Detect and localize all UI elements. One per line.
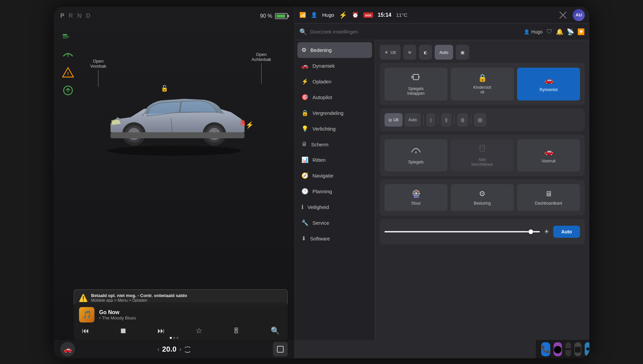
- slider-row: ☀ Auto: [384, 224, 580, 240]
- music-controls: ⏮ ⏹ ⏭ ☆ 🎚 🔍: [79, 326, 282, 335]
- besturing-label: Besturing: [474, 201, 491, 206]
- grid-app-button[interactable]: ▦: [574, 342, 581, 356]
- alert-main-text: Betaald opl. niet mog. - Contr. onbetaal…: [91, 293, 187, 298]
- gear-indicator: P R N D: [60, 12, 92, 19]
- dashboardkant-button[interactable]: 🖥 Dashboardkant: [517, 184, 580, 211]
- alarm-icon: ⏰: [352, 12, 359, 18]
- music-artist: ▪ The Moody Blues: [99, 315, 136, 320]
- signal-icon: 📡: [567, 28, 574, 35]
- lighting-mode4-button[interactable]: ||||: [474, 113, 486, 127]
- status-user-name: Hugo: [322, 12, 334, 18]
- nav-item-software[interactable]: ⬇ Software: [295, 231, 375, 246]
- search-user-area: 👤 Hugo: [524, 29, 543, 34]
- status-time: 15:14: [378, 12, 391, 18]
- square-button[interactable]: [273, 342, 288, 357]
- bedening-icon: ⚙: [301, 47, 306, 54]
- voorruit-button[interactable]: 🚗 Voorruit: [517, 139, 580, 171]
- rynnenlot-icon: 🚗: [544, 76, 553, 85]
- dots-app-button[interactable]: •••: [565, 342, 571, 356]
- light-icon2-button[interactable]: ◐: [419, 45, 432, 60]
- temp-increase-button[interactable]: ›: [179, 345, 182, 353]
- page-dots: [170, 337, 178, 339]
- stop-button[interactable]: ⏹: [120, 326, 127, 335]
- rynnenlot-button[interactable]: 🚗 Rynnenlot: [517, 68, 580, 100]
- light-icon1-button[interactable]: ≋: [403, 45, 416, 60]
- auto-large-button[interactable]: Auto: [553, 226, 580, 238]
- favorite-button[interactable]: ☆: [196, 326, 202, 335]
- navigatie-icon: 🧭: [301, 172, 308, 179]
- lighting-uit-icon: ◎: [388, 118, 392, 122]
- light-mode1-icon: ≋: [408, 50, 412, 55]
- search-music-button[interactable]: 🔍: [271, 326, 280, 335]
- lighting-uit-button[interactable]: ◎ Uit: [384, 113, 403, 127]
- spiegels-inklappen-button[interactable]: SpiegelsInklappen: [384, 68, 447, 100]
- nav-item-autopilot[interactable]: 🎯 Autopilot: [295, 89, 375, 105]
- status-temp: 11°C: [396, 12, 408, 18]
- svg-rect-1: [63, 36, 69, 37]
- nav-item-service[interactable]: 🔧 Service: [295, 215, 375, 231]
- light-uit-button[interactable]: ☀ Uit: [380, 45, 401, 60]
- nav-label-service: Service: [312, 220, 329, 226]
- nav-item-navigatie[interactable]: 🧭 Navigatie: [295, 168, 375, 184]
- lighting-mode2-button[interactable]: ||: [441, 113, 451, 127]
- alert-sub-text: Mobiele app > Menu > Opladen: [91, 298, 187, 303]
- nav-item-verlichting[interactable]: 💡 Verlichting: [295, 121, 375, 137]
- phone-app-button[interactable]: 📞: [541, 342, 550, 356]
- equalizer-button[interactable]: 🎚: [233, 326, 240, 335]
- nav-item-dynamiek[interactable]: 🚗 Dynamiek: [295, 58, 375, 74]
- shield-icon: 🛡: [547, 28, 553, 35]
- nav-item-bedening[interactable]: ⚙ Bedening: [297, 42, 372, 58]
- star-icon: ✦: [585, 345, 589, 354]
- settings-content: ⚙ Bedening 🚗 Dynamiek ⚡ Opladen 🎯 Autopi…: [295, 40, 589, 340]
- next-button[interactable]: ⏭: [157, 326, 165, 335]
- stuur-label: Stuur: [411, 201, 421, 206]
- besturing-icon: ⚙: [479, 190, 486, 198]
- lighting-separator-3: [454, 115, 454, 125]
- besturing-button[interactable]: ⚙ Besturing: [451, 184, 514, 211]
- kinderslot-button[interactable]: 🔒 Kindersiotvit: [451, 68, 514, 100]
- search-user-label: Hugo: [531, 29, 543, 34]
- bottom-features-card: Spiegels Nietbeschikbaar 🚗 Voorruit: [380, 135, 585, 176]
- brightness-slider[interactable]: [384, 231, 540, 232]
- battery-icon: [275, 13, 288, 19]
- prev-button[interactable]: ⏮: [82, 326, 89, 335]
- bell-icon: 🔔: [556, 28, 563, 35]
- svg-point-22: [415, 151, 417, 153]
- vergrendeling-icon: 🔒: [301, 110, 308, 117]
- battery-fill: [276, 14, 285, 18]
- search-input[interactable]: [310, 29, 520, 34]
- lighting-separator-2: [438, 115, 438, 125]
- temp-decrease-button[interactable]: ‹: [157, 345, 159, 353]
- svg-point-7: [107, 146, 241, 156]
- taskbar-right: 📞 ⬤ ••• ▦ ✦ 🎵 🔊 🔇 ▶: [536, 340, 589, 358]
- nav-label-autopilot: Autopilot: [312, 94, 332, 100]
- mode3-icon: |||: [461, 118, 464, 122]
- lighting-separator-1: [423, 115, 424, 125]
- mode2-icon: ||: [445, 118, 447, 122]
- nav-item-ritten[interactable]: 📊 Ritten: [295, 152, 375, 168]
- media-app-button[interactable]: ⬤: [554, 342, 562, 356]
- bottom-features-grid: Spiegels Nietbeschikbaar 🚗 Voorruit: [384, 139, 580, 171]
- autopilot-icon: 🎯: [301, 94, 308, 101]
- nav-item-planning[interactable]: 🕐 Planning: [295, 184, 375, 199]
- nav-item-opladen[interactable]: ⚡ Opladen: [295, 74, 375, 89]
- niet-beschikbaar-button[interactable]: Nietbeschikbaar: [451, 139, 514, 171]
- light-icon3-button[interactable]: ▣: [456, 45, 469, 60]
- lighting-mode3-button[interactable]: |||: [457, 113, 468, 127]
- nav-label-planning: Planning: [312, 189, 332, 194]
- light-auto-button[interactable]: Auto: [435, 45, 453, 60]
- car-home-button[interactable]: 🚗: [60, 342, 75, 357]
- nav-item-vergrendeling[interactable]: 🔒 Vergrendeling: [295, 105, 375, 121]
- lighting-auto-button[interactable]: Auto: [405, 113, 421, 127]
- battery-area: 90 %: [260, 13, 288, 19]
- stuur-button[interactable]: 🎡 Stuur: [384, 184, 447, 211]
- nav-item-veiligheid[interactable]: ℹ Veiligheid: [295, 199, 375, 215]
- star-app-button[interactable]: ✦: [585, 342, 589, 356]
- spiegels-button[interactable]: Spiegels: [384, 139, 447, 171]
- sun-icon: ☀: [384, 50, 388, 55]
- nav-item-scherm[interactable]: 🖥 Scherm: [295, 137, 375, 152]
- music-title: Go Now: [99, 309, 136, 315]
- lighting-mode1-button[interactable]: |: [426, 113, 435, 127]
- veiligheid-icon: ℹ: [301, 204, 303, 211]
- search-extra-icons: 🛡 🔔 📡 🔽: [547, 28, 585, 35]
